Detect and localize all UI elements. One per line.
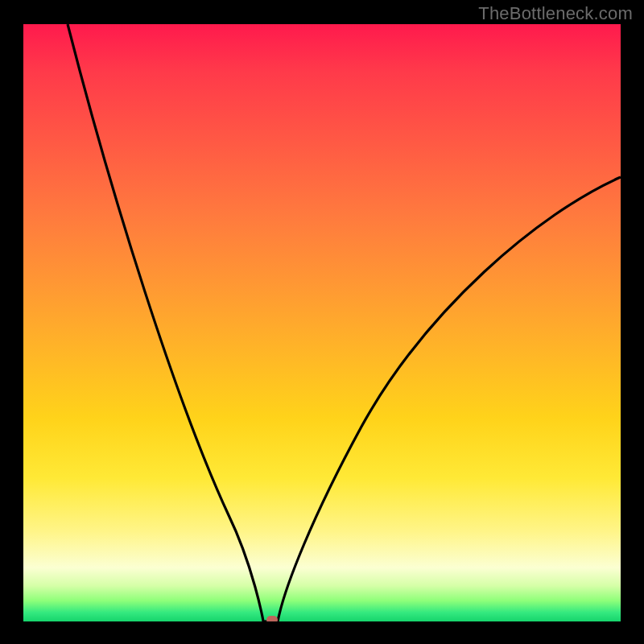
curve-right-branch xyxy=(278,177,621,621)
bottleneck-marker xyxy=(266,616,278,621)
watermark-text: TheBottleneck.com xyxy=(478,3,633,24)
curve-left-branch xyxy=(68,24,263,621)
plot-area xyxy=(23,24,621,621)
bottleneck-curve xyxy=(23,24,621,621)
chart-frame: TheBottleneck.com xyxy=(0,0,644,644)
